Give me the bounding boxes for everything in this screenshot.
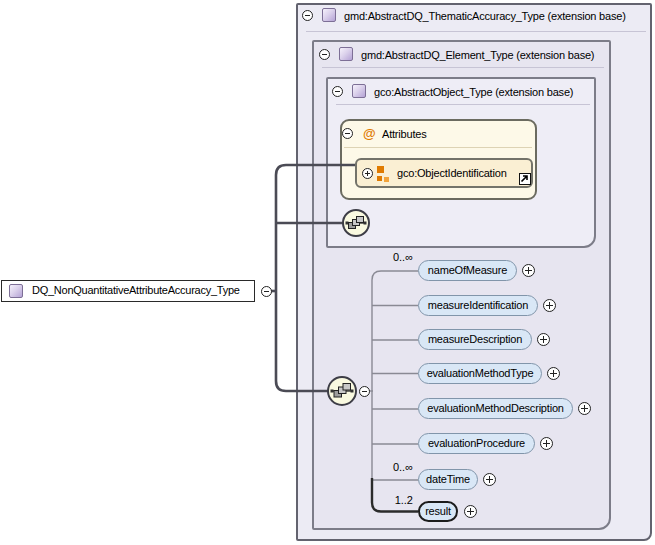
root-element-box[interactable]: DQ_NonQuantitativeAttributeAccuracy_Type [1,280,255,302]
collapse-toggle-icon[interactable] [261,286,272,297]
element-measureIdentification[interactable]: measureIdentification [418,295,538,316]
element-dateTime[interactable]: dateTime [418,469,478,490]
element-nameOfMeasure[interactable]: nameOfMeasure [418,260,517,281]
header-divider [344,147,532,148]
cardinality-label: 0..∞ [348,251,413,264]
expand-toggle-icon[interactable] [547,367,560,380]
expand-toggle-icon[interactable] [543,299,556,312]
expand-toggle-icon[interactable] [540,437,553,450]
reference-link-icon[interactable] [519,173,531,185]
schema-diagram: gmd:AbstractDQ_ThematicAccuracy_Type (ex… [0,0,655,545]
attribute-at-icon: @ [363,127,376,140]
collapse-toggle-icon[interactable] [319,49,330,60]
container-title: gmd:AbstractDQ_Element_Type (extension b… [361,48,594,62]
root-type-label: DQ_NonQuantitativeAttributeAccuracy_Type [32,281,240,300]
sequence-icon [342,209,370,237]
element-evaluationMethodDescription[interactable]: evaluationMethodDescription [418,398,573,419]
collapse-toggle-icon[interactable] [302,10,313,21]
complex-type-icon [322,8,336,22]
cardinality-label: 0..∞ [348,461,413,474]
header-divider [322,67,604,68]
element-evaluationMethodType[interactable]: evaluationMethodType [418,363,542,384]
container-title: gco:AbstractObject_Type (extension base) [374,85,573,99]
element-result[interactable]: result [418,501,458,522]
cardinality-label: 1..2 [348,494,413,507]
complex-type-icon [352,84,366,98]
expand-toggle-icon[interactable] [578,402,591,415]
collapse-toggle-icon[interactable] [342,128,353,139]
expand-toggle-icon[interactable] [464,505,477,518]
expand-toggle-icon[interactable] [537,333,550,346]
collapse-toggle-icon[interactable] [359,386,370,397]
container-title: gmd:AbstractDQ_ThematicAccuracy_Type (ex… [344,9,626,23]
complex-type-icon [9,284,23,298]
header-divider [306,31,646,32]
collapse-toggle-icon[interactable] [332,86,343,97]
element-evaluationProcedure[interactable]: evaluationProcedure [418,433,535,454]
attribute-group-icon [376,165,391,183]
attribute-item-label: gco:ObjectIdentification [397,166,507,180]
sequence-icon [327,376,357,406]
attributes-group-title: Attributes [382,127,426,141]
element-measureDescription[interactable]: measureDescription [418,329,532,350]
complex-type-icon [339,47,353,61]
expand-toggle-icon[interactable] [362,168,373,179]
expand-toggle-icon[interactable] [522,264,535,277]
header-divider [336,104,590,105]
expand-toggle-icon[interactable] [483,473,496,486]
